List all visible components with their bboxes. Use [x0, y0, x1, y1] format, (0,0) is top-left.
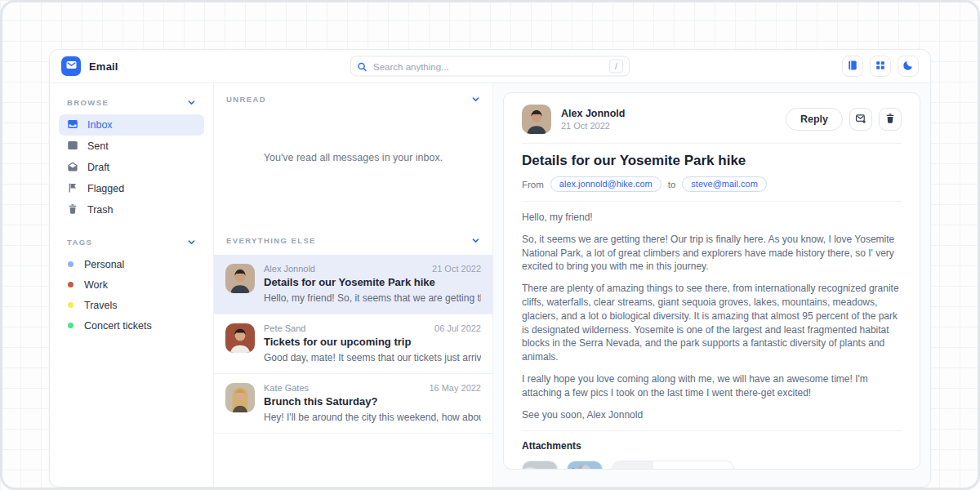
- mail-list-item[interactable]: Alex Jonnold 21 Oct 2022 Details for our…: [214, 255, 492, 314]
- chevron-down-icon[interactable]: [187, 238, 196, 247]
- divider: [522, 143, 902, 144]
- attachments-label: Attachments: [522, 440, 902, 452]
- email-detail-header: Alex Jonnold 21 Oct 2022 Reply: [522, 105, 902, 134]
- search-bar[interactable]: /: [350, 56, 630, 77]
- avatar: [225, 383, 255, 412]
- to-email-pill[interactable]: steve@mail.com: [682, 176, 766, 192]
- tag-item-concert-tickets[interactable]: Concert tickets: [59, 315, 204, 336]
- chevron-down-icon[interactable]: [187, 98, 196, 107]
- attachment-file-card[interactable]: videos-hike.zip 100 MB: [612, 461, 734, 470]
- search-shortcut-key: /: [609, 60, 623, 74]
- sidebar-item-flagged[interactable]: Flagged: [59, 178, 204, 199]
- sidebar-item-label: Trash: [87, 204, 114, 216]
- app-title: Email: [89, 60, 118, 73]
- mail-sender: Pete Sand: [264, 323, 305, 333]
- delete-button[interactable]: [879, 108, 902, 131]
- mail-list-item[interactable]: Pete Sand 06 Jul 2022 Tickets for our up…: [214, 314, 492, 374]
- tag-label: Concert tickets: [84, 320, 152, 332]
- tag-item-travels[interactable]: Travels: [59, 295, 204, 315]
- sidebar-item-label: Flagged: [87, 183, 124, 194]
- tags-section: TAGS Personal Work Travels Concer: [59, 231, 204, 336]
- avatar: [225, 323, 255, 353]
- chevron-down-icon[interactable]: [471, 236, 480, 245]
- tag-dot: [68, 302, 74, 308]
- notebook-icon: [847, 60, 858, 74]
- mail-subject: Brunch this Saturday?: [264, 395, 481, 408]
- tag-label: Work: [84, 279, 108, 291]
- envelope-plus-icon: [855, 113, 866, 127]
- sidebar-item-sent[interactable]: Sent: [59, 136, 204, 157]
- tags-section-header: TAGS: [59, 231, 204, 254]
- everything-else-section-header: EVERYTHING ELSE: [214, 225, 492, 255]
- mail-date: 16 May 2022: [429, 383, 481, 393]
- app-main: BROWSE Inbox Sent Draft Flagged Tra: [50, 83, 930, 487]
- reply-button[interactable]: Reply: [786, 108, 843, 131]
- detail-actions: Reply: [786, 108, 902, 131]
- mail-sender: Kate Gates: [264, 383, 309, 393]
- email-paragraph: There are plenty of amazing things to se…: [522, 282, 902, 364]
- to-label: to: [668, 180, 676, 189]
- avatar: [522, 105, 551, 134]
- app-header: Email /: [50, 50, 930, 83]
- sidebar-item-label: Sent: [87, 140, 109, 152]
- mail-list-item[interactable]: Kate Gates 16 May 2022 Brunch this Satur…: [214, 374, 492, 434]
- attachments-row: videos-hike.zip 100 MB: [522, 461, 902, 470]
- draft-icon: [67, 161, 78, 175]
- sidebar-item-label: Inbox: [87, 119, 113, 131]
- email-paragraph: I really hope you love coming along with…: [522, 372, 902, 400]
- file-meta: videos-hike.zip 100 MB: [653, 461, 733, 470]
- tag-item-personal[interactable]: Personal: [59, 254, 204, 274]
- header-actions: [842, 56, 919, 77]
- tag-item-work[interactable]: Work: [59, 274, 204, 295]
- email-paragraph: See you soon, Alex Jonnold: [522, 408, 902, 422]
- from-email-pill[interactable]: alex.jonnold@hike.com: [550, 176, 662, 192]
- email-subject-title: Details for our Yosemite Park hike: [522, 153, 902, 169]
- search-icon: [357, 61, 368, 72]
- attachment-photo-valley[interactable]: [522, 461, 558, 470]
- sidebar: BROWSE Inbox Sent Draft Flagged Tra: [50, 83, 214, 487]
- apps-grid-button[interactable]: [870, 56, 891, 77]
- attachment-photo-half-dome[interactable]: [567, 461, 603, 470]
- divider: [522, 430, 902, 431]
- from-to-row: From alex.jonnold@hike.com to steve@mail…: [522, 176, 902, 192]
- mail-date: 21 Oct 2022: [432, 264, 481, 274]
- tag-dot: [68, 282, 74, 287]
- grid-icon: [875, 60, 886, 74]
- sidebar-item-label: Draft: [87, 162, 109, 173]
- email-paragraph: So, it seems we are getting there! Our t…: [522, 233, 902, 274]
- mail-item-body: Pete Sand 06 Jul 2022 Tickets for our up…: [264, 323, 481, 363]
- trash-icon: [884, 113, 896, 127]
- email-body: Hello, my friend! So, it seems we are ge…: [522, 211, 902, 421]
- inbox-icon: [67, 118, 78, 132]
- notebook-button[interactable]: [842, 56, 863, 77]
- detail-sender-name: Alex Jonnold: [561, 108, 625, 119]
- dark-mode-button[interactable]: [898, 56, 919, 77]
- mail-snippet: Hello, my friend! So, it seems that we a…: [264, 292, 481, 304]
- moon-icon: [902, 60, 914, 74]
- sidebar-item-trash[interactable]: Trash: [59, 199, 204, 220]
- mail-snippet: Hey! I'll be around the city this weeken…: [264, 412, 481, 423]
- unread-section-header: UNREAD: [214, 83, 492, 114]
- tag-dot: [68, 261, 74, 267]
- file-name: videos-hike.zip: [662, 469, 725, 470]
- sidebar-item-draft[interactable]: Draft: [59, 157, 204, 178]
- detail-date: 21 Oct 2022: [561, 121, 625, 131]
- mail-subject: Tickets for our upcoming trip: [264, 336, 481, 348]
- mail-item-body: Kate Gates 16 May 2022 Brunch this Satur…: [264, 383, 481, 423]
- mail-subject: Details for our Yosemite Park hike: [264, 276, 481, 288]
- browse-section-header: BROWSE: [59, 91, 204, 114]
- envelope-icon: [65, 59, 78, 74]
- mail-sender: Alex Jonnold: [264, 264, 315, 274]
- search-input[interactable]: [373, 61, 609, 71]
- chevron-down-icon[interactable]: [471, 95, 480, 104]
- mail-snippet: Good day, mate! It seems that our ticket…: [264, 352, 481, 363]
- email-paragraph: Hello, my friend!: [522, 211, 902, 225]
- app-logo: [61, 56, 81, 76]
- avatar: [225, 264, 255, 293]
- sidebar-item-inbox[interactable]: Inbox: [59, 114, 204, 136]
- file-icon-area: [612, 461, 653, 470]
- tag-label: Travels: [84, 300, 118, 311]
- unread-label: UNREAD: [226, 95, 266, 104]
- forward-button[interactable]: [849, 108, 872, 131]
- email-detail-card: Alex Jonnold 21 Oct 2022 Reply De: [503, 92, 920, 470]
